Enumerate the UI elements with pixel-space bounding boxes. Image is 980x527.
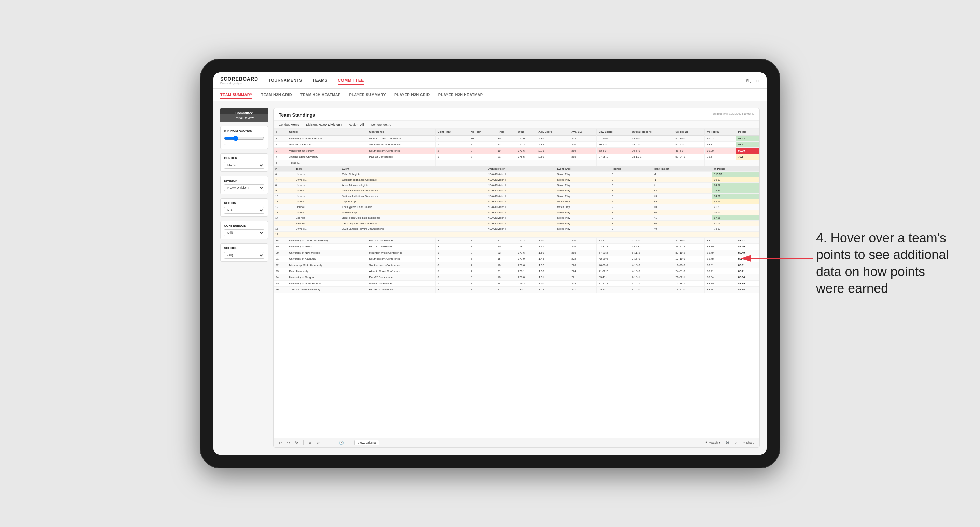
tooltip-row: 17 xyxy=(274,232,759,237)
points-cell[interactable]: 97.03 xyxy=(736,135,759,142)
sidebar: Committee Portal Review Minimum Rounds 5… xyxy=(220,108,268,448)
tooltip-row: 10Univers...National Invitational Tourna… xyxy=(274,194,759,199)
clock-icon[interactable]: 🕐 xyxy=(339,441,344,445)
table-row[interactable]: 2 Auburn University Southeastern Confere… xyxy=(274,142,759,148)
col-vs50: Vs Top 50 xyxy=(705,129,736,135)
paint-icon[interactable]: ⊕ xyxy=(317,441,320,445)
table-row[interactable]: 22Mississippi State UniversitySoutheaste… xyxy=(274,262,759,268)
update-time: Update time: 13/03/2024 10:03:42 xyxy=(713,112,754,115)
no-tour-cell: 7 xyxy=(468,154,495,160)
points-cell[interactable] xyxy=(736,160,759,166)
table-row[interactable]: 26The Ohio State UniversityBig Ten Confe… xyxy=(274,287,759,293)
sidebar-subtitle: Portal Review xyxy=(220,114,268,122)
undo-icon[interactable]: ↩ xyxy=(278,441,282,445)
points-cell[interactable]: 88.94 xyxy=(736,287,759,293)
tab-player-h2h-heatmap[interactable]: PLAYER H2H HEATMAP xyxy=(438,91,483,98)
nav-tournaments[interactable]: TOURNAMENTS xyxy=(268,76,302,85)
rnds-cell xyxy=(495,160,515,166)
watch-button[interactable]: 👁 Watch ▾ xyxy=(705,441,721,444)
adj-score-cell: 2.86 xyxy=(536,135,569,142)
filter-conference-label: Conference xyxy=(224,224,264,227)
col-vs25: Vs Top 25 xyxy=(673,129,705,135)
rank-cell: 3 xyxy=(274,148,287,154)
points-cell[interactable]: 83.07 xyxy=(736,238,759,244)
table-row[interactable]: 20University of New MexicoMountain West … xyxy=(274,250,759,256)
points-cell[interactable]: 83.89 xyxy=(736,281,759,287)
school-cell: Texas T... xyxy=(287,160,367,166)
rnds-cell: 21 xyxy=(495,154,515,160)
sign-out-button[interactable]: Sign out xyxy=(741,78,760,83)
bottom-toolbar: ↩ ↪ ↻ ⧉ ⊕ — 🕐 View: Original 👁 Watch xyxy=(274,438,759,448)
tab-team-h2h-heatmap[interactable]: TEAM H2H HEATMAP xyxy=(301,91,341,98)
col-points: Points xyxy=(736,129,759,135)
avg-sg-cell: 262 xyxy=(569,135,597,142)
vs25-cell: 50-10-0 xyxy=(673,135,705,142)
redo-icon[interactable]: ↪ xyxy=(287,441,290,445)
region-select[interactable]: N/A All xyxy=(224,207,264,214)
table-header-row: # School Conference Conf Rank No Tour Rn… xyxy=(274,129,759,135)
adj-score-cell: 2.82 xyxy=(536,142,569,148)
gender-select[interactable]: Men's Women's xyxy=(224,162,264,168)
app-logo-sub: Powered by clippd xyxy=(220,82,258,85)
panel-header: Team Standings Update time: 13/03/2024 1… xyxy=(274,108,759,121)
min-rounds-slider[interactable] xyxy=(224,135,264,141)
conference-select[interactable]: (All) ACC xyxy=(224,229,264,236)
copy-icon[interactable]: ⧉ xyxy=(309,441,312,445)
col-conference: Conference xyxy=(367,129,435,135)
col-adj-score: Adj. Score xyxy=(536,129,569,135)
refresh-icon[interactable]: ↻ xyxy=(295,441,298,445)
adj-score-cell xyxy=(536,160,569,166)
tab-player-h2h-grid[interactable]: PLAYER H2H GRID xyxy=(395,91,430,98)
table-row[interactable]: 5 Texas T... xyxy=(274,160,759,166)
sidebar-header-area: Committee Portal Review xyxy=(220,108,268,122)
school-cell: University of North Carolina xyxy=(287,135,367,142)
wins-cell: 272.3 xyxy=(516,142,536,148)
share-button[interactable]: ↗ Share xyxy=(742,441,754,444)
tt-col-rank-impact: Rank Impact xyxy=(652,166,712,172)
table-row[interactable]: 19University of TexasBig 12 Conference37… xyxy=(274,244,759,250)
table-row[interactable]: 25University of North FloridaASUN Confer… xyxy=(274,281,759,287)
division-select[interactable]: NCAA Division I NCAA Division II xyxy=(224,184,264,191)
points-cell[interactable]: 90.20 xyxy=(736,148,759,154)
col-no-tour: No Tour xyxy=(468,129,495,135)
points-cell[interactable]: 78.5 xyxy=(736,154,759,160)
table-row[interactable]: 21University of AlabamaSoutheastern Conf… xyxy=(274,256,759,262)
points-cell[interactable]: 88.71 xyxy=(736,268,759,275)
tooltip-row: 9Univers...National Invitational Tournam… xyxy=(274,188,759,194)
table-row[interactable]: 24University of OregonPac-12 Conference5… xyxy=(274,275,759,281)
nav-committee[interactable]: COMMITTEE xyxy=(338,76,364,85)
tab-team-h2h-grid[interactable]: TEAM H2H GRID xyxy=(261,91,292,98)
points-cell[interactable]: 88.54 xyxy=(736,275,759,281)
standings-table: # School Conference Conf Rank No Tour Rn… xyxy=(274,129,759,438)
toolbar-right: 👁 Watch ▾ 💬 ⤢ ↗ Share xyxy=(705,441,754,444)
table-row[interactable]: 1 University of North Carolina Atlantic … xyxy=(274,135,759,142)
sub-nav: TEAM SUMMARY TEAM H2H GRID TEAM H2H HEAT… xyxy=(213,89,767,101)
vs50-cell: 93.31 xyxy=(705,142,736,148)
tooltip-inner-table: # Team Event Event Division Event Type R… xyxy=(274,166,759,237)
annotation-text: 4. Hover over a team's points to see add… xyxy=(816,230,953,297)
feedback-button[interactable]: 💬 xyxy=(725,441,729,444)
table-row[interactable]: 23Duke UniversityAtlantic Coast Conferen… xyxy=(274,268,759,275)
toolbar-divider-1 xyxy=(303,440,304,445)
table-row[interactable]: 4 Arizona State University Pac-12 Confer… xyxy=(274,154,759,160)
points-cell[interactable]: 88.70 xyxy=(736,244,759,250)
points-cell[interactable]: 93.31 xyxy=(736,142,759,148)
col-rnds: Rnds xyxy=(495,129,515,135)
view-original-button[interactable]: View: Original xyxy=(355,440,379,445)
expand-button[interactable]: ⤢ xyxy=(735,441,737,444)
tooltip-row: 7Univers...Southern Highlands Collegiate… xyxy=(274,177,759,183)
tablet-screen: SCOREBOARD Powered by clippd TOURNAMENTS… xyxy=(213,72,767,455)
nav-teams[interactable]: TEAMS xyxy=(312,76,328,85)
vs25-cell: 58-24-1 xyxy=(673,154,705,160)
conf-rank-cell: 1 xyxy=(435,154,468,160)
table-row[interactable]: 18University of California, BerkeleyPac-… xyxy=(274,238,759,244)
tab-player-summary[interactable]: PLAYER SUMMARY xyxy=(349,91,386,98)
tt-col-rank: # xyxy=(274,166,294,172)
school-select[interactable]: (All) xyxy=(224,252,264,259)
dash-icon[interactable]: — xyxy=(325,441,328,445)
school-cell: Arizona State University xyxy=(287,154,367,160)
tab-team-summary[interactable]: TEAM SUMMARY xyxy=(220,91,252,98)
table-row-highlighted[interactable]: 3 Vanderbilt University Southeastern Con… xyxy=(274,148,759,154)
col-low-score: Low Score xyxy=(597,129,630,135)
vs50-cell: 90.20 xyxy=(705,148,736,154)
